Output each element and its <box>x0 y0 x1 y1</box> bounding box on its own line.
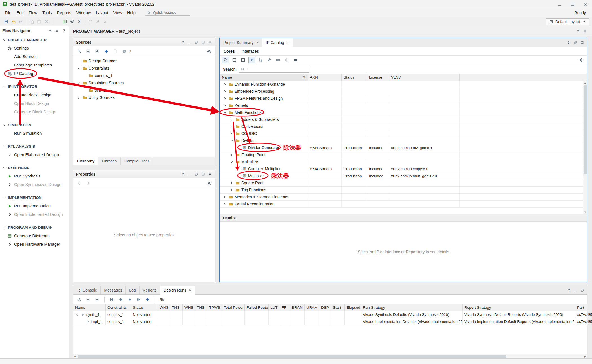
scrollbar-thumb[interactable] <box>584 85 587 174</box>
minimize-icon[interactable] <box>573 288 578 293</box>
source-tree-row[interactable]: constrs_1 <box>73 72 215 79</box>
tab-ip-catalog[interactable]: IP Catalog✕ <box>262 38 293 47</box>
menu-flow[interactable]: Flow <box>26 9 40 16</box>
forward-icon[interactable] <box>85 180 92 187</box>
save-icon[interactable] <box>3 18 10 25</box>
menu-layout[interactable]: Layout <box>93 9 111 16</box>
tostart-icon[interactable] <box>108 296 115 303</box>
search-icon[interactable] <box>222 57 229 63</box>
float-icon[interactable] <box>194 40 199 45</box>
runs-column-ths[interactable]: THS <box>195 304 207 311</box>
ip-catalog-row[interactable]: Complex MultiplierAXI4-StreamProductionI… <box>220 165 587 172</box>
help-icon[interactable]: ? <box>180 40 185 45</box>
expand-toggle-icon[interactable] <box>229 187 234 192</box>
filter-icon[interactable] <box>248 57 255 63</box>
horizontal-scrollbar[interactable]: ◀ ▶ <box>73 354 587 358</box>
maximize-icon[interactable] <box>201 172 206 177</box>
copy-icon[interactable] <box>28 18 35 25</box>
source-tree-row[interactable]: Constraints <box>73 65 215 72</box>
dock-icon[interactable] <box>48 28 53 33</box>
runs-column-dsp[interactable]: DSP <box>319 304 331 311</box>
delete-icon[interactable] <box>43 18 50 25</box>
expand-toggle-icon[interactable] <box>222 194 227 199</box>
ip-catalog-row[interactable]: CORDIC <box>220 130 587 137</box>
minimize-button[interactable] <box>553 0 566 8</box>
float-icon[interactable] <box>573 40 578 45</box>
collapse-icon[interactable] <box>231 57 238 63</box>
runs-column-constraints[interactable]: Constraints <box>106 304 131 311</box>
runs-column-name[interactable]: Name <box>73 304 106 311</box>
sidebar-item-settings[interactable]: Settings <box>0 44 69 52</box>
menu-tools[interactable]: Tools <box>40 9 54 16</box>
tab-tcl-console[interactable]: Tcl Console <box>73 286 101 294</box>
target-icon[interactable] <box>283 57 290 63</box>
close-tab-icon[interactable]: ✕ <box>287 41 289 45</box>
expand-toggle-icon[interactable] <box>222 96 227 101</box>
tab-messages[interactable]: Messages <box>101 286 126 294</box>
quick-access-search[interactable] <box>145 10 190 16</box>
stepfwd-icon[interactable] <box>135 296 142 303</box>
ip-catalog-row[interactable]: Divider GeneratorAXI4-StreamProductionIn… <box>220 144 587 151</box>
sidebar-item-open-hardware-manager[interactable]: Open Hardware Manager <box>0 240 69 248</box>
ip-catalog-row[interactable]: Dynamic Function eXchange <box>220 81 587 88</box>
expand-toggle-icon[interactable] <box>75 312 80 317</box>
scroll-left-icon[interactable]: ◀ <box>73 355 77 358</box>
ip-catalog-row[interactable]: Embedded Processing <box>220 88 587 95</box>
search-icon[interactable] <box>76 296 83 303</box>
expand-toggle-icon[interactable] <box>229 180 234 185</box>
sidebar-item-create-block-design[interactable]: Create Block Design <box>0 91 69 99</box>
percent-icon[interactable]: % <box>159 296 165 303</box>
help-icon[interactable]: ? <box>576 29 581 34</box>
expand-icon[interactable] <box>94 48 101 55</box>
close-tab-icon[interactable]: ✕ <box>189 288 191 292</box>
ip-catalog-row[interactable]: Dividers <box>220 137 587 144</box>
tab-project-summary[interactable]: Project Summary✕ <box>220 38 262 47</box>
runs-column-bram[interactable]: BRAM <box>290 304 305 311</box>
expand-toggle-icon[interactable] <box>229 159 234 164</box>
expand-toggle-icon[interactable] <box>222 82 227 87</box>
sidebar-item-ip-catalog[interactable]: IP Catalog <box>0 69 69 78</box>
help-icon[interactable]: ? <box>566 288 571 293</box>
wrench-icon[interactable] <box>266 57 273 63</box>
runs-column-wns[interactable]: WNS <box>158 304 170 311</box>
column-header-vlnv[interactable]: VLNV <box>389 74 460 81</box>
ip-catalog-row[interactable]: Trig Functions <box>220 187 587 194</box>
runs-column-ff[interactable]: FF <box>280 304 290 311</box>
menu-file[interactable]: File <box>2 9 14 16</box>
source-tree-row[interactable]: Utility Sources <box>73 94 215 101</box>
runs-column-total-power[interactable]: Total Power <box>222 304 245 311</box>
column-header-license[interactable]: License <box>367 74 389 81</box>
board-icon[interactable] <box>61 18 68 25</box>
sidebar-item-add-sources[interactable]: Add Sources <box>0 52 69 61</box>
redo-icon[interactable] <box>17 18 24 25</box>
snip-icon[interactable] <box>87 18 94 25</box>
runs-column-report-strategy[interactable]: Report Strategy <box>463 304 575 311</box>
flow-section-header[interactable]: SYNTHESIS <box>0 163 69 172</box>
expand-toggle-icon[interactable] <box>229 124 234 129</box>
close-icon[interactable] <box>207 172 213 177</box>
scrollbar-thumb[interactable] <box>78 355 506 358</box>
settings-icon[interactable] <box>578 57 585 63</box>
menu-window[interactable]: Window <box>74 9 94 16</box>
vertical-scrollbar[interactable]: ▲ ▼ <box>583 81 587 214</box>
sidebar-item-generate-block-design[interactable]: Generate Block Design <box>0 108 69 116</box>
column-header-name[interactable]: Name^1 <box>220 74 308 81</box>
runs-column-start[interactable]: Start <box>331 304 345 311</box>
minimize-icon[interactable] <box>187 172 192 177</box>
settings-icon[interactable] <box>69 18 76 25</box>
collapse-icon[interactable] <box>85 296 92 303</box>
expand-toggle-icon[interactable] <box>76 95 81 100</box>
undo-icon[interactable] <box>10 18 17 25</box>
scroll-right-icon[interactable]: ▶ <box>583 355 587 358</box>
flow-section-header[interactable]: PROGRAM AND DEBUG <box>0 223 69 232</box>
ip-catalog-row[interactable]: MultiplierProductionIncludedxilinx.com:i… <box>220 172 587 179</box>
add-icon[interactable] <box>144 296 151 303</box>
design-run-row[interactable]: synth_1constrs_1Not startedVivado Synthe… <box>73 311 587 318</box>
sidebar-item-open-synthesized-design[interactable]: Open Synthesized Design <box>0 180 69 189</box>
tab-hierarchy[interactable]: Hierarchy <box>73 157 98 165</box>
tab-libraries[interactable]: Libraries <box>98 157 121 165</box>
ip-catalog-row[interactable]: Floating Point <box>220 151 587 158</box>
sidebar-item-run-simulation[interactable]: Run Simulation <box>0 129 69 137</box>
settings-icon[interactable] <box>206 180 213 187</box>
sidebar-item-open-implemented-design[interactable]: Open Implemented Design <box>0 210 69 219</box>
